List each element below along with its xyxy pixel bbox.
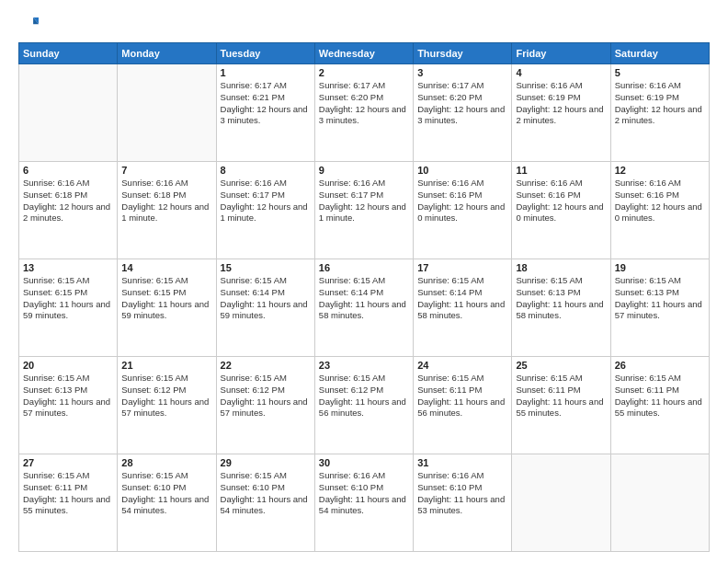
calendar-cell: 21Sunrise: 6:15 AM Sunset: 6:12 PM Dayli…	[118, 357, 216, 454]
day-info: Sunrise: 6:15 AM Sunset: 6:13 PM Dayligh…	[23, 373, 113, 419]
calendar-week-1: 1Sunrise: 6:17 AM Sunset: 6:21 PM Daylig…	[19, 64, 710, 162]
day-info: Sunrise: 6:15 AM Sunset: 6:12 PM Dayligh…	[319, 373, 409, 419]
day-number: 11	[516, 165, 606, 176]
calendar-cell: 29Sunrise: 6:15 AM Sunset: 6:10 PM Dayli…	[216, 454, 314, 552]
day-info: Sunrise: 6:16 AM Sunset: 6:16 PM Dayligh…	[615, 178, 705, 224]
day-number: 31	[417, 457, 507, 468]
calendar-cell: 12Sunrise: 6:16 AM Sunset: 6:16 PM Dayli…	[610, 162, 709, 259]
day-info: Sunrise: 6:15 AM Sunset: 6:14 PM Dayligh…	[417, 275, 507, 322]
day-number: 22	[221, 360, 311, 371]
header	[18, 15, 710, 35]
day-number: 12	[615, 165, 705, 176]
day-number: 20	[23, 360, 113, 371]
calendar-cell: 20Sunrise: 6:15 AM Sunset: 6:13 PM Dayli…	[19, 357, 118, 454]
day-info: Sunrise: 6:16 AM Sunset: 6:17 PM Dayligh…	[319, 178, 409, 224]
day-info: Sunrise: 6:17 AM Sunset: 6:21 PM Dayligh…	[221, 80, 311, 127]
day-number: 30	[319, 457, 409, 468]
calendar-cell: 8Sunrise: 6:16 AM Sunset: 6:17 PM Daylig…	[216, 162, 314, 259]
calendar-week-2: 6Sunrise: 6:16 AM Sunset: 6:18 PM Daylig…	[19, 162, 710, 259]
day-number: 3	[417, 67, 507, 78]
calendar-cell: 13Sunrise: 6:15 AM Sunset: 6:15 PM Dayli…	[19, 259, 118, 357]
calendar-week-3: 13Sunrise: 6:15 AM Sunset: 6:15 PM Dayli…	[19, 259, 710, 357]
day-number: 7	[121, 165, 211, 176]
day-info: Sunrise: 6:15 AM Sunset: 6:10 PM Dayligh…	[221, 470, 311, 517]
day-info: Sunrise: 6:16 AM Sunset: 6:18 PM Dayligh…	[121, 178, 211, 224]
calendar-header-saturday: Saturday	[610, 43, 709, 64]
day-info: Sunrise: 6:16 AM Sunset: 6:17 PM Dayligh…	[221, 178, 311, 224]
calendar-cell: 1Sunrise: 6:17 AM Sunset: 6:21 PM Daylig…	[216, 64, 314, 162]
calendar-cell: 27Sunrise: 6:15 AM Sunset: 6:11 PM Dayli…	[19, 454, 118, 552]
day-info: Sunrise: 6:15 AM Sunset: 6:10 PM Dayligh…	[121, 470, 211, 517]
day-info: Sunrise: 6:15 AM Sunset: 6:13 PM Dayligh…	[615, 275, 705, 322]
day-info: Sunrise: 6:15 AM Sunset: 6:15 PM Dayligh…	[121, 275, 211, 322]
day-number: 25	[516, 360, 606, 371]
calendar-cell: 26Sunrise: 6:15 AM Sunset: 6:11 PM Dayli…	[610, 357, 709, 454]
day-info: Sunrise: 6:15 AM Sunset: 6:14 PM Dayligh…	[221, 275, 311, 322]
day-info: Sunrise: 6:16 AM Sunset: 6:10 PM Dayligh…	[319, 470, 409, 517]
calendar-header-monday: Monday	[118, 43, 216, 64]
day-number: 1	[221, 67, 311, 78]
calendar-cell: 24Sunrise: 6:15 AM Sunset: 6:11 PM Dayli…	[414, 357, 512, 454]
day-number: 6	[23, 165, 113, 176]
day-info: Sunrise: 6:15 AM Sunset: 6:11 PM Dayligh…	[417, 373, 507, 419]
calendar-cell: 6Sunrise: 6:16 AM Sunset: 6:18 PM Daylig…	[19, 162, 118, 259]
day-info: Sunrise: 6:15 AM Sunset: 6:12 PM Dayligh…	[221, 373, 311, 419]
day-number: 15	[221, 262, 311, 273]
day-info: Sunrise: 6:15 AM Sunset: 6:15 PM Dayligh…	[23, 275, 113, 322]
day-info: Sunrise: 6:15 AM Sunset: 6:14 PM Dayligh…	[319, 275, 409, 322]
day-number: 23	[319, 360, 409, 371]
calendar-header-sunday: Sunday	[19, 43, 118, 64]
logo-icon	[18, 15, 39, 35]
calendar-cell	[610, 454, 709, 552]
calendar-header-tuesday: Tuesday	[216, 43, 314, 64]
day-info: Sunrise: 6:15 AM Sunset: 6:11 PM Dayligh…	[516, 373, 606, 419]
calendar-cell: 25Sunrise: 6:15 AM Sunset: 6:11 PM Dayli…	[512, 357, 610, 454]
calendar-cell: 10Sunrise: 6:16 AM Sunset: 6:16 PM Dayli…	[414, 162, 512, 259]
calendar-cell: 3Sunrise: 6:17 AM Sunset: 6:20 PM Daylig…	[414, 64, 512, 162]
calendar-cell: 18Sunrise: 6:15 AM Sunset: 6:13 PM Dayli…	[512, 259, 610, 357]
day-number: 29	[221, 457, 311, 468]
day-number: 28	[121, 457, 211, 468]
day-info: Sunrise: 6:16 AM Sunset: 6:16 PM Dayligh…	[516, 178, 606, 224]
calendar-cell: 2Sunrise: 6:17 AM Sunset: 6:20 PM Daylig…	[314, 64, 413, 162]
day-number: 5	[615, 67, 705, 78]
day-info: Sunrise: 6:15 AM Sunset: 6:12 PM Dayligh…	[121, 373, 211, 419]
day-info: Sunrise: 6:17 AM Sunset: 6:20 PM Dayligh…	[417, 80, 507, 127]
calendar-week-5: 27Sunrise: 6:15 AM Sunset: 6:11 PM Dayli…	[19, 454, 710, 552]
day-info: Sunrise: 6:16 AM Sunset: 6:19 PM Dayligh…	[516, 80, 606, 127]
day-info: Sunrise: 6:15 AM Sunset: 6:11 PM Dayligh…	[615, 373, 705, 419]
calendar-week-4: 20Sunrise: 6:15 AM Sunset: 6:13 PM Dayli…	[19, 357, 710, 454]
page: SundayMondayTuesdayWednesdayThursdayFrid…	[0, 0, 728, 563]
day-number: 2	[319, 67, 409, 78]
day-number: 26	[615, 360, 705, 371]
day-number: 18	[516, 262, 606, 273]
calendar-cell: 5Sunrise: 6:16 AM Sunset: 6:19 PM Daylig…	[610, 64, 709, 162]
day-number: 17	[417, 262, 507, 273]
day-info: Sunrise: 6:16 AM Sunset: 6:18 PM Dayligh…	[23, 178, 113, 224]
logo	[18, 15, 42, 35]
calendar-header-wednesday: Wednesday	[314, 43, 413, 64]
calendar-cell	[19, 64, 118, 162]
calendar-cell: 31Sunrise: 6:16 AM Sunset: 6:10 PM Dayli…	[414, 454, 512, 552]
calendar-cell: 11Sunrise: 6:16 AM Sunset: 6:16 PM Dayli…	[512, 162, 610, 259]
day-number: 8	[221, 165, 311, 176]
day-number: 24	[417, 360, 507, 371]
day-info: Sunrise: 6:16 AM Sunset: 6:19 PM Dayligh…	[615, 80, 705, 127]
calendar-header-thursday: Thursday	[414, 43, 512, 64]
calendar-cell: 19Sunrise: 6:15 AM Sunset: 6:13 PM Dayli…	[610, 259, 709, 357]
day-number: 10	[417, 165, 507, 176]
calendar-cell: 16Sunrise: 6:15 AM Sunset: 6:14 PM Dayli…	[314, 259, 413, 357]
day-number: 27	[23, 457, 113, 468]
calendar-cell: 30Sunrise: 6:16 AM Sunset: 6:10 PM Dayli…	[314, 454, 413, 552]
calendar-cell: 22Sunrise: 6:15 AM Sunset: 6:12 PM Dayli…	[216, 357, 314, 454]
calendar-cell: 14Sunrise: 6:15 AM Sunset: 6:15 PM Dayli…	[118, 259, 216, 357]
calendar-cell	[118, 64, 216, 162]
calendar-cell: 15Sunrise: 6:15 AM Sunset: 6:14 PM Dayli…	[216, 259, 314, 357]
day-number: 4	[516, 67, 606, 78]
day-info: Sunrise: 6:15 AM Sunset: 6:11 PM Dayligh…	[23, 470, 113, 517]
calendar-cell: 23Sunrise: 6:15 AM Sunset: 6:12 PM Dayli…	[314, 357, 413, 454]
calendar-cell: 7Sunrise: 6:16 AM Sunset: 6:18 PM Daylig…	[118, 162, 216, 259]
calendar-header-row: SundayMondayTuesdayWednesdayThursdayFrid…	[19, 43, 710, 64]
day-number: 16	[319, 262, 409, 273]
day-number: 21	[121, 360, 211, 371]
